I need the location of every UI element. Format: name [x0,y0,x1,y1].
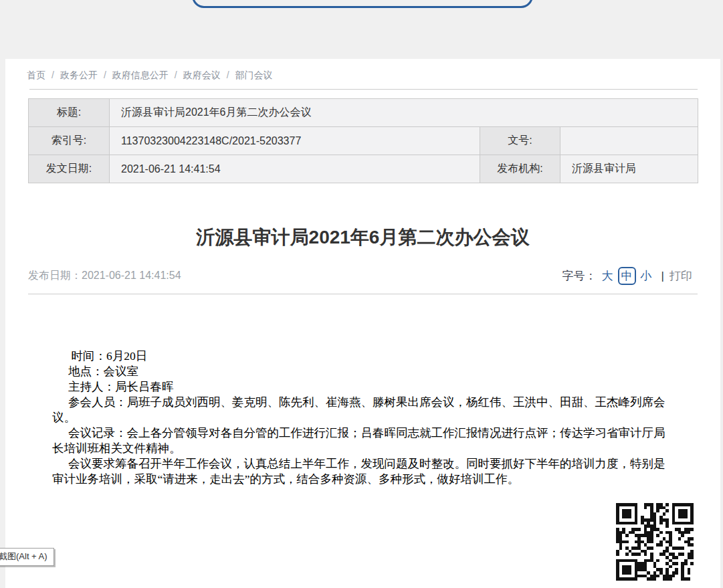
toolbar-divider [28,294,698,294]
meta-label-title: 标题: [29,99,110,127]
breadcrumb-separator: / [175,70,177,80]
meta-value-title: 沂源县审计局2021年6月第二次办公会议 [110,99,698,127]
publish-date-label: 发布日期： [28,270,82,281]
search-box-partial[interactable] [192,0,533,8]
meta-value-issue-date: 2021-06-21 14:41:54 [110,155,480,183]
meta-label-index-number: 索引号: [29,127,110,155]
breadcrumb-item[interactable]: 政府会议 [183,70,221,80]
font-size-large-button[interactable]: 大 [602,268,613,284]
article-content: 时间：6月20日地点：会议室主持人：局长吕春晖参会人员：局班子成员刘西明、姜克明… [52,349,676,487]
meta-row-title: 标题: 沂源县审计局2021年6月第二次办公会议 [29,99,698,127]
breadcrumb-divider [29,89,698,90]
breadcrumb-item: 部门会议 [235,70,273,80]
breadcrumb-item[interactable]: 政务公开 [60,70,98,80]
meta-row-date: 发文日期: 2021-06-21 14:41:54 发布机构: 沂源县审计局 [29,155,698,183]
meta-row-index: 索引号: 11370323004223148C/2021-5203377 文号: [29,127,698,155]
article-toolbar: 字号： 大 中 小 | 打印 [562,267,692,285]
breadcrumb-separator: / [104,70,106,80]
font-size-small-button[interactable]: 小 [641,268,652,284]
article-paragraph: 主持人：局长吕春晖 [52,379,676,395]
font-size-label: 字号： [562,268,597,284]
meta-value-doc-number [560,127,698,155]
article-paragraph: 会议要求筹备召开半年工作会议，认真总结上半年工作，发现问题及时整改。同时要抓好下… [52,456,676,487]
breadcrumb-separator: / [227,70,229,80]
article-paragraph: 时间：6月20日 [52,349,676,364]
breadcrumb: 首页/政务公开/政府信息公开/政府会议/部门会议 [27,70,273,82]
toolbar-separator: | [661,270,664,283]
breadcrumb-item[interactable]: 政府信息公开 [112,70,169,80]
meta-value-index-number: 11370323004223148C/2021-5203377 [110,127,480,155]
publish-date: 发布日期：2021-06-21 14:41:54 [28,269,181,283]
print-button[interactable]: 打印 [669,268,692,284]
meta-label-issue-date: 发文日期: [29,155,110,183]
article-paragraph: 参会人员：局班子成员刘西明、姜克明、陈先利、崔海燕、滕树果出席会议，杨红伟、王洪… [52,395,676,425]
meta-label-publisher: 发布机构: [480,155,560,183]
article-paragraph: 会议记录：会上各分管领导对各自分管的工作进行汇报；吕春晖同志就工作汇报情况进行点… [52,425,676,456]
meta-table: 标题: 沂源县审计局2021年6月第二次办公会议 索引号: 1137032300… [28,98,698,183]
font-size-medium-button[interactable]: 中 [618,267,636,285]
qr-code-image [616,503,694,581]
breadcrumb-separator: / [51,70,54,80]
screenshot-tooltip: 截图(Alt + A) [0,548,54,566]
page-root: 首页/政务公开/政府信息公开/政府会议/部门会议 标题: 沂源县审计局2021年… [0,0,723,588]
meta-label-doc-number: 文号: [480,127,560,155]
meta-value-publisher: 沂源县审计局 [560,155,698,183]
breadcrumb-item[interactable]: 首页 [27,70,45,80]
article-paragraph: 地点：会议室 [52,364,676,379]
publish-date-value: 2021-06-21 14:41:54 [82,270,181,281]
article-title: 沂源县审计局2021年6月第二次办公会议 [28,225,698,250]
